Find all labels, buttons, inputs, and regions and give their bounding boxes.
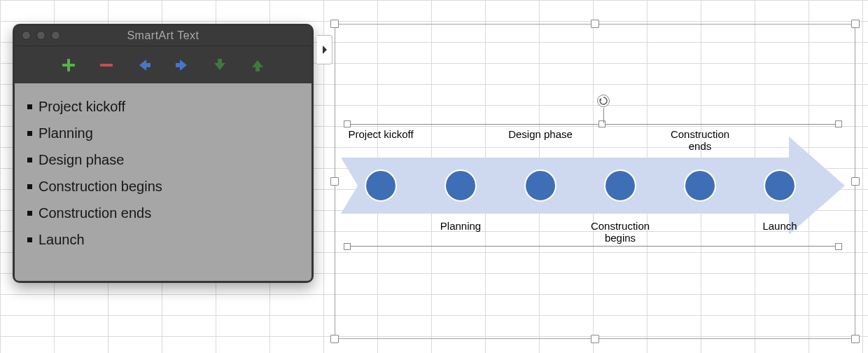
milestone-dot[interactable] <box>604 169 636 202</box>
svg-rect-1 <box>62 64 75 67</box>
milestone-dot[interactable] <box>684 169 716 202</box>
move-down-button[interactable] <box>210 55 230 75</box>
resize-handle-bm[interactable] <box>591 335 599 343</box>
demote-right-button[interactable] <box>172 55 192 75</box>
traffic-light-minimize[interactable] <box>36 31 46 40</box>
inner-handle[interactable] <box>835 243 842 250</box>
collapse-text-pane-button[interactable] <box>317 35 332 64</box>
move-up-button[interactable] <box>248 55 267 75</box>
traffic-light-zoom[interactable] <box>51 31 60 40</box>
resize-handle-tr[interactable] <box>851 20 860 28</box>
list-item[interactable]: Construction ends <box>27 200 299 226</box>
svg-rect-2 <box>100 64 113 67</box>
milestone-label[interactable]: Construction ends <box>662 129 738 152</box>
resize-handle-mr[interactable] <box>851 177 860 186</box>
milestone-dot[interactable] <box>365 169 397 202</box>
resize-handle-tm[interactable] <box>591 20 599 28</box>
milestone-label[interactable]: Planning <box>422 221 499 233</box>
milestone-dot[interactable] <box>444 169 477 202</box>
smartart-shape[interactable]: Project kickoff Planning Design phase Co… <box>335 24 855 339</box>
inner-handle[interactable] <box>835 120 842 127</box>
list-item[interactable]: Launch <box>27 226 299 253</box>
milestone-label[interactable]: Construction begins <box>582 221 659 244</box>
list-item[interactable]: Construction begins <box>27 173 299 200</box>
list-item[interactable]: Design phase <box>27 146 299 173</box>
inner-guide-line <box>346 124 836 125</box>
milestone-label[interactable]: Design phase <box>502 129 579 141</box>
add-item-button[interactable] <box>59 55 78 75</box>
list-item[interactable]: Project kickoff <box>27 93 299 120</box>
inner-handle[interactable] <box>344 243 351 250</box>
rotate-handle[interactable] <box>597 95 610 107</box>
window-traffic-lights <box>22 31 60 40</box>
traffic-light-close[interactable] <box>22 31 31 40</box>
milestone-label[interactable]: Launch <box>741 221 818 233</box>
resize-handle-bl[interactable] <box>330 335 339 343</box>
inner-handle[interactable] <box>598 120 606 127</box>
remove-item-button[interactable] <box>97 55 116 75</box>
resize-handle-br[interactable] <box>851 335 860 343</box>
panel-text-list[interactable]: Project kickoff Planning Design phase Co… <box>15 83 312 281</box>
resize-handle-ml[interactable] <box>330 177 339 186</box>
resize-handle-tl[interactable] <box>330 20 339 28</box>
milestone-label[interactable]: Project kickoff <box>342 129 419 141</box>
panel-toolbar <box>15 46 312 83</box>
promote-left-button[interactable] <box>134 55 154 75</box>
milestone-dot[interactable] <box>764 169 796 202</box>
milestone-dot[interactable] <box>524 169 556 202</box>
smartart-text-panel[interactable]: SmartArt Text Project kickoff Planning D… <box>13 24 314 283</box>
inner-guide-line <box>346 246 836 247</box>
list-item[interactable]: Planning <box>27 120 299 146</box>
inner-handle[interactable] <box>344 120 351 127</box>
panel-titlebar[interactable]: SmartArt Text <box>15 26 312 46</box>
